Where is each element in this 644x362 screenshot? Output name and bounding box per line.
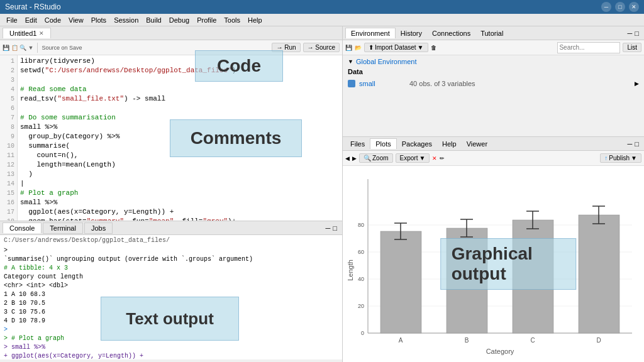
env-minimize-icon[interactable]: ─ [628,30,633,37]
svg-text:0: 0 [361,330,364,336]
code-line-6 [20,104,340,113]
menu-tools[interactable]: Tools [220,14,244,26]
chart-svg: Length 0 20 40 60 80 [343,166,644,362]
maximize-button[interactable]: □ [615,2,625,12]
console-maximize-icon[interactable]: □ [333,224,337,232]
code-editor[interactable]: library(tidyverse) setwd("C:/Users/andre… [18,55,342,221]
console-area: Console Terminal Jobs ─ □ C:/Users/andre… [0,221,342,359]
source-button[interactable]: → Source [303,43,340,52]
env-row-expand-icon[interactable]: ▶ [635,80,639,87]
editor-tab-untitled[interactable]: Untitled1 ✕ [3,28,51,38]
close-icon[interactable]: ✕ [39,30,44,36]
plot-tab-viewer[interactable]: Viewer [462,139,492,149]
svg-text:Length: Length [347,260,354,281]
plot-tab-help[interactable]: Help [437,139,462,149]
bar-c [513,220,553,333]
environment-toolbar: 💾 📂 ⬆ Import Dataset ▼ 🗑 List [343,40,644,55]
env-tab-environment[interactable]: Environment [345,28,396,38]
menu-build[interactable]: Build [142,14,165,26]
code-line-13: ) [20,170,340,179]
env-maximize-icon[interactable]: □ [635,30,639,37]
console-line-1: > [4,246,338,255]
code-line-4: # Read some data [20,85,340,94]
env-tab-group: Environment History Connections Tutorial [345,28,508,38]
import-dataset-button[interactable]: ⬆ Import Dataset ▼ [364,43,428,52]
plot-controls: ─ □ [628,140,641,148]
app-title: Seurat - RStudio [5,3,61,11]
plot-maximize-icon[interactable]: □ [635,140,639,148]
plot-tab-packages[interactable]: Packages [397,139,437,149]
env-expand-icon[interactable]: ▼ [348,58,353,65]
publish-button[interactable]: ↑ Publish ▼ [600,153,641,163]
console-line-2: `summarise()` ungrouping output (overrid… [4,255,338,264]
title-bar: Seurat - RStudio ─ □ ✕ [0,0,644,14]
env-save-icon[interactable]: 💾 [345,45,352,51]
global-env-label: Global Environment [356,58,417,65]
editor-area: Untitled1 ✕ 💾 📋 🔍 ▼ Source on Save → Run… [0,26,342,221]
editor-tab-label: Untitled1 [9,30,36,37]
env-tab-connections[interactable]: Connections [427,28,475,38]
console-line-8: 3 C 10 75.6 [4,308,338,317]
left-panel: Untitled1 ✕ 💾 📋 🔍 ▼ Source on Save → Run… [0,26,343,362]
code-line-16: small %>% [20,198,340,207]
plot-tab-files[interactable]: Files [345,139,370,149]
plot-brush-icon[interactable]: ✏ [440,155,445,162]
code-line-8: small %>% [20,123,340,132]
plot-delete-icon[interactable]: ✕ [432,155,437,162]
code-line-5: read_tsv("small_file.txt") -> small [20,94,340,104]
code-area: 1 2 3 4 5 6 7 8 9 10 11 12 13 14 15 16 1 [0,55,342,221]
plot-minimize-icon[interactable]: ─ [628,140,633,148]
console-line-3: # A tibble: 4 x 3 [4,264,338,273]
toolbar-separator [37,43,38,53]
menu-view[interactable]: View [65,14,87,26]
menu-profile[interactable]: Profile [193,14,220,26]
x-label-c: C [530,337,535,344]
right-panel: Environment History Connections Tutorial… [343,26,644,362]
list-view-button[interactable]: List [623,43,641,52]
console-line-6: 1 A 10 68.3 [4,290,338,299]
env-tab-history[interactable]: History [396,28,427,38]
console-minimize-icon[interactable]: ─ [326,224,331,232]
plot-tab-plots[interactable]: Plots [370,138,396,149]
minimize-button[interactable]: ─ [601,2,611,12]
close-button[interactable]: ✕ [629,2,639,12]
code-line-12: length=mean(Length) [20,160,340,170]
plots-area: Files Plots Packages Help Viewer ─ □ ◀ ▶… [343,137,644,362]
env-open-icon[interactable]: 📂 [355,45,362,51]
export-button[interactable]: Export ▼ [396,153,430,163]
bar-b [447,228,487,333]
plot-content: Length 0 20 40 60 80 [343,166,644,362]
x-axis-title: Category [486,348,514,355]
global-env-row: ▼ Global Environment [348,58,639,65]
env-clear-icon[interactable]: 🗑 [431,45,436,51]
environment-content: ▼ Global Environment Data small 40 obs. … [343,55,644,136]
zoom-button[interactable]: 🔍 Zoom [359,153,393,163]
menu-session[interactable]: Session [110,14,142,26]
svg-text:40: 40 [358,276,364,282]
plot-tab-group: Files Plots Packages Help Viewer [345,138,492,149]
import-icon: ⬆ [369,44,374,51]
console-line-10: > [4,326,338,334]
plot-next-icon[interactable]: ▶ [352,155,357,162]
console-tab-console[interactable]: Console [3,222,42,233]
menu-edit[interactable]: Edit [21,14,41,26]
menu-help[interactable]: Help [244,14,266,26]
run-button[interactable]: → Run [272,43,300,52]
menu-code[interactable]: Code [41,14,65,26]
svg-text:20: 20 [358,303,364,309]
code-line-10: summarise( [20,141,340,151]
main-layout: Untitled1 ✕ 💾 📋 🔍 ▼ Source on Save → Run… [0,26,644,362]
console-content[interactable]: C:/Users/andrewss/Desktop/ggplot_data_fi… [0,235,342,359]
code-line-7: # Do some summarisation [20,113,340,123]
env-tab-tutorial[interactable]: Tutorial [475,28,508,38]
plot-prev-icon[interactable]: ◀ [345,155,350,162]
env-search-input[interactable] [557,42,620,53]
console-tab-terminal[interactable]: Terminal [43,222,83,234]
menu-plots[interactable]: Plots [87,14,110,26]
menu-debug[interactable]: Debug [165,14,193,26]
menu-file[interactable]: File [3,14,21,26]
editor-toolbar: 💾 📋 🔍 ▼ Source on Save → Run → Source [0,40,342,55]
editor-toolbar-icons: 💾 📋 🔍 ▼ [3,45,33,51]
env-var-desc: 40 obs. of 3 variables [409,80,475,87]
console-tab-jobs[interactable]: Jobs [84,222,113,234]
